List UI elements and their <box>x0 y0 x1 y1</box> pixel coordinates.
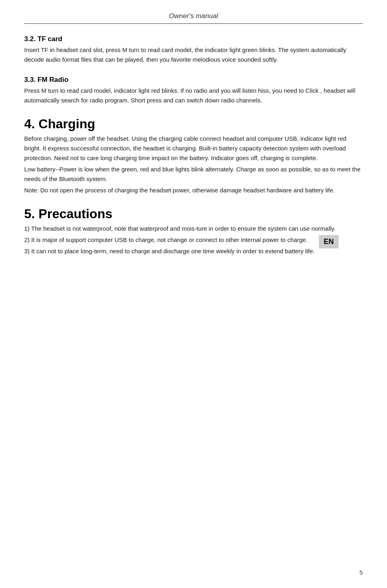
section-4-text2: Low battery--Power is low when the green… <box>24 165 363 184</box>
en-badge: EN <box>319 235 339 248</box>
page-container: Owner's manual 3.2. TF card Insert TF in… <box>0 0 387 588</box>
section-5-item2: 2) It is major of support computer USB t… <box>24 235 363 245</box>
section-4-text3: Note: Do not open the process of chargin… <box>24 186 363 195</box>
section-5-item2-row: 2) It is major of support computer USB t… <box>24 235 363 246</box>
section-33-title: 3.3. FM Radio <box>24 76 363 84</box>
page-number: 5 <box>360 569 363 576</box>
section-5-title: 5. Precautions <box>24 206 363 221</box>
section-32-text: Insert TF in headset card slot, press M … <box>24 45 363 65</box>
section-5-item1: 1) The headset is not waterproof, note t… <box>24 224 363 234</box>
section-5-item3: 3) It can not to place long-term, need t… <box>24 246 363 256</box>
section-32-title: 3.2. TF card <box>24 35 363 43</box>
header-title: Owner's manual <box>169 12 218 20</box>
section-4: 4. Charging Before charging, power off t… <box>24 117 363 195</box>
section-33: 3.3. FM Radio Press M turn to read card … <box>24 76 363 105</box>
section-5: 5. Precautions 1) The headset is not wat… <box>24 206 363 256</box>
page-header: Owner's manual <box>24 12 363 24</box>
section-4-text1: Before charging, power off the headset. … <box>24 134 363 163</box>
section-33-text: Press M turn to read card model, indicat… <box>24 86 363 105</box>
section-4-title: 4. Charging <box>24 117 363 131</box>
section-32: 3.2. TF card Insert TF in headset card s… <box>24 35 363 65</box>
